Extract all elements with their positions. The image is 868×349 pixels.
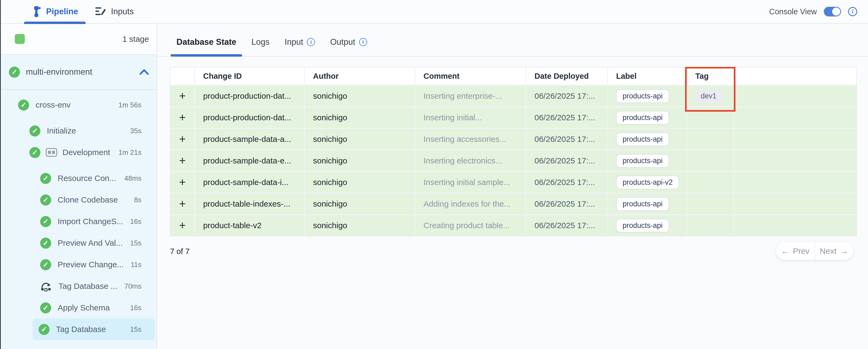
expand-row-button[interactable]: + — [179, 220, 186, 231]
tab-inputs-label: Inputs — [111, 7, 134, 17]
label-chip: products-api — [616, 219, 669, 232]
check-icon: ✓ — [38, 324, 50, 335]
tab-pipeline[interactable]: Pipeline — [23, 0, 87, 24]
col-label: Label — [608, 67, 687, 85]
cell-date-deployed: 06/26/2025 17:... — [526, 194, 608, 214]
chevron-up-icon[interactable] — [139, 68, 150, 76]
pipeline-icon — [32, 6, 41, 17]
tab-label: Input — [285, 37, 303, 47]
info-icon[interactable]: i — [848, 7, 857, 16]
step-preview-change[interactable]: ✓ Preview Change... 11s — [2, 254, 155, 275]
cell-date-deployed: 06/26/2025 17:... — [526, 107, 608, 128]
step-label: cross-env — [36, 100, 70, 110]
col-extra — [734, 67, 857, 85]
cell-change-id: product-production-dat... — [195, 107, 305, 128]
expand-row-button[interactable]: + — [179, 134, 186, 145]
cell-tag — [687, 194, 734, 214]
col-comment: Comment — [415, 67, 526, 85]
cell-comment: Inserting electronics... — [415, 150, 526, 171]
toggle-knob — [832, 7, 840, 16]
cell-change-id: product-table-indexes-... — [195, 194, 305, 214]
cell-author: sonichigo — [305, 215, 415, 236]
step-time: 35s — [130, 127, 142, 135]
step-tag-database[interactable]: Tag Database ... 70ms — [2, 275, 155, 297]
cell-comment: Adding indexes for the... — [415, 194, 526, 214]
step-import-changes[interactable]: ✓ Import ChangeS... 16s — [2, 211, 155, 232]
inputs-icon — [95, 7, 106, 17]
cell-author: sonichigo — [305, 107, 415, 128]
next-label: Next — [820, 246, 836, 256]
label-chip: products-api — [616, 154, 669, 168]
step-time: 15s — [130, 325, 142, 333]
info-icon[interactable]: i — [307, 38, 315, 46]
table-header-row: Change ID Author Comment Date Deployed L… — [170, 67, 857, 85]
topbar-right: Console View i — [769, 7, 868, 17]
label-chip: products-api — [616, 89, 669, 103]
step-clone-codebase[interactable]: ✓ Clone Codebase 8s — [2, 189, 155, 211]
check-icon: ✓ — [40, 173, 51, 184]
step-label: Tag Database ... — [58, 282, 117, 291]
step-label: Development — [62, 148, 110, 157]
database-state-table: Change ID Author Comment Date Deployed L… — [170, 67, 857, 236]
table-row: + product-sample-data-a... sonichigo Ins… — [170, 129, 857, 149]
cell-tag — [687, 129, 734, 149]
tab-input[interactable]: Inputi — [278, 37, 322, 56]
cell-date-deployed: 06/26/2025 17:... — [526, 129, 608, 149]
sidebar-item-multi-environment[interactable]: ✓ multi-environment — [1, 55, 157, 90]
expand-row-button[interactable]: + — [179, 155, 186, 167]
cell-date-deployed: 06/26/2025 17:... — [526, 86, 608, 106]
prev-button[interactable]: ← Prev — [776, 242, 814, 260]
cell-extra — [734, 129, 857, 149]
col-expand — [170, 67, 195, 85]
cell-tag: dev1 — [687, 86, 734, 106]
matrix-icon — [46, 148, 57, 157]
step-label: Resource Con... — [58, 174, 116, 183]
step-list: ✓ cross-env 1m 56s ✓ Initialize 35s ✓ De… — [1, 90, 157, 340]
step-initialize[interactable]: ✓ Initialize 35s — [2, 120, 155, 142]
tab-label: Database State — [177, 37, 236, 47]
table-row: + product-table-indexes-... sonichigo Ad… — [170, 194, 857, 214]
check-icon: ✓ — [9, 67, 20, 78]
check-icon: ✓ — [40, 302, 51, 313]
cell-tag — [687, 107, 734, 128]
col-author: Author — [305, 67, 415, 85]
cell-extra — [734, 215, 857, 236]
tab-logs[interactable]: Logs — [245, 37, 276, 56]
cell-date-deployed: 06/26/2025 17:... — [526, 215, 608, 236]
cell-date-deployed: 06/26/2025 17:... — [526, 150, 608, 171]
step-preview-and-val[interactable]: ✓ Preview And Val... 15s — [2, 232, 155, 254]
step-tag-database[interactable]: ✓ Tag Database 15s — [33, 319, 155, 340]
info-icon[interactable]: i — [359, 38, 367, 46]
expand-row-button[interactable]: + — [179, 112, 186, 123]
step-cross-env[interactable]: ✓ cross-env 1m 56s — [2, 94, 155, 116]
table-row: + product-production-dat... sonichigo In… — [170, 86, 857, 106]
step-label: Apply Schema — [58, 303, 110, 312]
tab-output[interactable]: Outputi — [323, 37, 373, 56]
stage-status-square[interactable] — [15, 34, 25, 44]
table-body: + product-production-dat... sonichigo In… — [170, 86, 857, 236]
cell-author: sonichigo — [305, 150, 415, 171]
step-label: Preview And Val... — [58, 238, 123, 248]
step-resource-con[interactable]: ✓ Resource Con... 48ms — [2, 168, 155, 189]
expand-row-button[interactable]: + — [179, 198, 186, 209]
tab-database-state[interactable]: Database State — [170, 37, 243, 56]
cell-author: sonichigo — [305, 194, 415, 214]
expand-row-button[interactable]: + — [179, 90, 186, 102]
step-apply-schema[interactable]: ✓ Apply Schema 16s — [2, 297, 155, 319]
step-development[interactable]: ✓ Development 1m 21s — [2, 142, 155, 163]
step-label: Import ChangeS... — [58, 217, 123, 226]
tab-inputs[interactable]: Inputs — [87, 0, 142, 24]
next-button[interactable]: Next → — [814, 242, 853, 260]
check-icon: ✓ — [40, 259, 51, 270]
cell-tag — [687, 215, 734, 236]
console-view-toggle[interactable] — [824, 7, 841, 17]
cell-change-id: product-table-v2 — [195, 215, 305, 236]
expand-row-button[interactable]: + — [179, 177, 186, 188]
check-icon: ✓ — [40, 238, 51, 249]
step-time: 16s — [130, 304, 142, 312]
cell-comment: Inserting initial sample... — [415, 172, 526, 193]
environment-label: multi-environment — [26, 67, 92, 77]
step-time: 11s — [131, 261, 142, 269]
detail-tabs: Database StateLogsInputiOutputi — [157, 24, 868, 57]
col-tag: Tag — [687, 67, 734, 85]
